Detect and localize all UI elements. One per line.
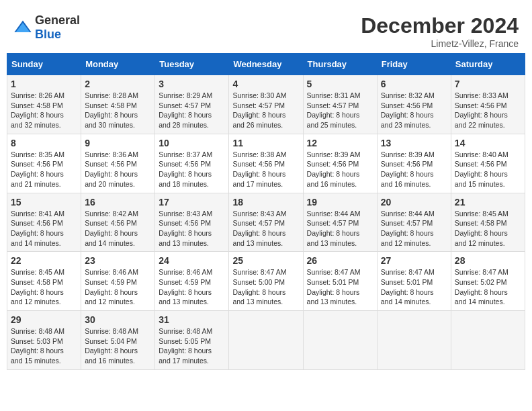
day-info: Sunrise: 8:42 AMSunset: 4:56 PMDaylight:… bbox=[85, 209, 151, 248]
calendar-cell: 2Sunrise: 8:28 AMSunset: 4:58 PMDaylight… bbox=[81, 75, 155, 134]
calendar-cell: 6Sunrise: 8:32 AMSunset: 4:56 PMDaylight… bbox=[377, 75, 451, 134]
day-number: 19 bbox=[307, 197, 373, 208]
day-info: Sunrise: 8:43 AMSunset: 4:57 PMDaylight:… bbox=[232, 209, 299, 248]
day-number: 13 bbox=[381, 138, 447, 148]
day-number: 8 bbox=[11, 138, 77, 148]
day-info: Sunrise: 8:44 AMSunset: 4:57 PMDaylight:… bbox=[307, 209, 373, 248]
day-info: Sunrise: 8:31 AMSunset: 4:57 PMDaylight:… bbox=[307, 91, 373, 130]
logo-icon bbox=[13, 18, 32, 37]
day-info: Sunrise: 8:26 AMSunset: 4:58 PMDaylight:… bbox=[11, 91, 77, 130]
calendar-table: SundayMondayTuesdayWednesdayThursdayFrid… bbox=[7, 53, 525, 370]
calendar-cell bbox=[377, 311, 451, 370]
day-info: Sunrise: 8:44 AMSunset: 4:57 PMDaylight:… bbox=[381, 209, 447, 248]
calendar-cell: 14Sunrise: 8:40 AMSunset: 4:56 PMDayligh… bbox=[451, 134, 525, 193]
day-number: 5 bbox=[307, 79, 373, 89]
day-info: Sunrise: 8:39 AMSunset: 4:56 PMDaylight:… bbox=[381, 150, 447, 189]
day-info: Sunrise: 8:48 AMSunset: 5:03 PMDaylight:… bbox=[11, 326, 77, 366]
day-number: 18 bbox=[232, 197, 299, 208]
day-info: Sunrise: 8:39 AMSunset: 4:56 PMDaylight:… bbox=[307, 150, 373, 189]
month-title: December 2024 bbox=[361, 13, 519, 38]
day-info: Sunrise: 8:45 AMSunset: 4:58 PMDaylight:… bbox=[455, 209, 521, 248]
day-number: 29 bbox=[11, 314, 77, 325]
calendar-week-row: 15Sunrise: 8:41 AMSunset: 4:56 PMDayligh… bbox=[7, 193, 525, 252]
day-info: Sunrise: 8:46 AMSunset: 4:59 PMDaylight:… bbox=[85, 267, 151, 307]
calendar-cell bbox=[303, 311, 377, 370]
weekday-header-monday: Monday bbox=[81, 54, 155, 75]
day-number: 11 bbox=[232, 138, 299, 148]
logo-blue-text: Blue bbox=[35, 28, 61, 41]
day-number: 14 bbox=[455, 138, 521, 148]
day-number: 2 bbox=[85, 79, 151, 89]
day-number: 20 bbox=[381, 197, 447, 208]
day-info: Sunrise: 8:35 AMSunset: 4:56 PMDaylight:… bbox=[11, 150, 77, 189]
calendar-cell: 7Sunrise: 8:33 AMSunset: 4:56 PMDaylight… bbox=[451, 75, 525, 134]
day-number: 4 bbox=[232, 79, 299, 89]
calendar-body: 1Sunrise: 8:26 AMSunset: 4:58 PMDaylight… bbox=[7, 75, 525, 370]
weekday-header-saturday: Saturday bbox=[451, 54, 525, 75]
day-info: Sunrise: 8:45 AMSunset: 4:58 PMDaylight:… bbox=[11, 267, 77, 307]
calendar-cell: 3Sunrise: 8:29 AMSunset: 4:57 PMDaylight… bbox=[155, 75, 229, 134]
calendar-cell: 9Sunrise: 8:36 AMSunset: 4:56 PMDaylight… bbox=[81, 134, 155, 193]
location-subtitle: Limetz-Villez, France bbox=[361, 38, 519, 49]
calendar-cell: 23Sunrise: 8:46 AMSunset: 4:59 PMDayligh… bbox=[81, 252, 155, 311]
calendar-cell: 28Sunrise: 8:47 AMSunset: 5:02 PMDayligh… bbox=[451, 252, 525, 311]
calendar-cell: 24Sunrise: 8:46 AMSunset: 4:59 PMDayligh… bbox=[155, 252, 229, 311]
calendar-cell: 10Sunrise: 8:37 AMSunset: 4:56 PMDayligh… bbox=[155, 134, 229, 193]
day-info: Sunrise: 8:41 AMSunset: 4:56 PMDaylight:… bbox=[11, 209, 77, 248]
header: General Blue December 2024 Limetz-Villez… bbox=[7, 7, 525, 53]
weekday-header-sunday: Sunday bbox=[7, 54, 81, 75]
weekday-header-wednesday: Wednesday bbox=[229, 54, 303, 75]
calendar-cell: 19Sunrise: 8:44 AMSunset: 4:57 PMDayligh… bbox=[303, 193, 377, 252]
day-info: Sunrise: 8:46 AMSunset: 4:59 PMDaylight:… bbox=[159, 267, 225, 307]
day-info: Sunrise: 8:32 AMSunset: 4:56 PMDaylight:… bbox=[381, 91, 447, 130]
day-number: 10 bbox=[159, 138, 225, 148]
day-info: Sunrise: 8:28 AMSunset: 4:58 PMDaylight:… bbox=[85, 91, 151, 130]
day-info: Sunrise: 8:36 AMSunset: 4:56 PMDaylight:… bbox=[85, 150, 151, 189]
calendar-cell: 22Sunrise: 8:45 AMSunset: 4:58 PMDayligh… bbox=[7, 252, 81, 311]
day-number: 23 bbox=[85, 255, 151, 266]
calendar-cell: 15Sunrise: 8:41 AMSunset: 4:56 PMDayligh… bbox=[7, 193, 81, 252]
day-number: 21 bbox=[455, 197, 521, 208]
day-number: 1 bbox=[11, 79, 77, 89]
weekday-header-tuesday: Tuesday bbox=[155, 54, 229, 75]
day-info: Sunrise: 8:48 AMSunset: 5:04 PMDaylight:… bbox=[85, 326, 151, 366]
calendar-cell: 1Sunrise: 8:26 AMSunset: 4:58 PMDaylight… bbox=[7, 75, 81, 134]
calendar-cell: 8Sunrise: 8:35 AMSunset: 4:56 PMDaylight… bbox=[7, 134, 81, 193]
calendar-cell bbox=[451, 311, 525, 370]
day-info: Sunrise: 8:38 AMSunset: 4:56 PMDaylight:… bbox=[232, 150, 299, 189]
calendar-cell: 18Sunrise: 8:43 AMSunset: 4:57 PMDayligh… bbox=[229, 193, 303, 252]
day-number: 17 bbox=[159, 197, 225, 208]
calendar-header: SundayMondayTuesdayWednesdayThursdayFrid… bbox=[7, 54, 525, 75]
logo: General Blue bbox=[13, 13, 80, 42]
calendar-cell: 20Sunrise: 8:44 AMSunset: 4:57 PMDayligh… bbox=[377, 193, 451, 252]
weekday-header-friday: Friday bbox=[377, 54, 451, 75]
day-number: 15 bbox=[11, 197, 77, 208]
day-info: Sunrise: 8:47 AMSunset: 5:02 PMDaylight:… bbox=[455, 267, 521, 307]
weekday-header-row: SundayMondayTuesdayWednesdayThursdayFrid… bbox=[7, 54, 525, 75]
calendar-cell: 25Sunrise: 8:47 AMSunset: 5:00 PMDayligh… bbox=[229, 252, 303, 311]
day-number: 26 bbox=[307, 255, 373, 266]
day-number: 12 bbox=[307, 138, 373, 148]
day-number: 31 bbox=[159, 314, 225, 325]
day-number: 27 bbox=[381, 255, 447, 266]
day-info: Sunrise: 8:47 AMSunset: 5:01 PMDaylight:… bbox=[307, 267, 373, 307]
calendar-week-row: 8Sunrise: 8:35 AMSunset: 4:56 PMDaylight… bbox=[7, 134, 525, 193]
day-number: 22 bbox=[11, 255, 77, 266]
day-info: Sunrise: 8:48 AMSunset: 5:05 PMDaylight:… bbox=[159, 326, 225, 366]
day-number: 25 bbox=[232, 255, 299, 266]
calendar-cell: 29Sunrise: 8:48 AMSunset: 5:03 PMDayligh… bbox=[7, 311, 81, 370]
calendar-cell: 11Sunrise: 8:38 AMSunset: 4:56 PMDayligh… bbox=[229, 134, 303, 193]
calendar-cell: 30Sunrise: 8:48 AMSunset: 5:04 PMDayligh… bbox=[81, 311, 155, 370]
day-number: 6 bbox=[381, 79, 447, 89]
calendar-cell bbox=[229, 311, 303, 370]
calendar-week-row: 29Sunrise: 8:48 AMSunset: 5:03 PMDayligh… bbox=[7, 311, 525, 370]
calendar-cell: 16Sunrise: 8:42 AMSunset: 4:56 PMDayligh… bbox=[81, 193, 155, 252]
day-number: 7 bbox=[455, 79, 521, 89]
calendar-cell: 13Sunrise: 8:39 AMSunset: 4:56 PMDayligh… bbox=[377, 134, 451, 193]
day-info: Sunrise: 8:33 AMSunset: 4:56 PMDaylight:… bbox=[455, 91, 521, 130]
logo-general-text: General bbox=[35, 13, 80, 27]
day-info: Sunrise: 8:47 AMSunset: 5:01 PMDaylight:… bbox=[381, 267, 447, 307]
day-info: Sunrise: 8:47 AMSunset: 5:00 PMDaylight:… bbox=[232, 267, 299, 307]
calendar-week-row: 22Sunrise: 8:45 AMSunset: 4:58 PMDayligh… bbox=[7, 252, 525, 311]
day-info: Sunrise: 8:29 AMSunset: 4:57 PMDaylight:… bbox=[159, 91, 225, 130]
